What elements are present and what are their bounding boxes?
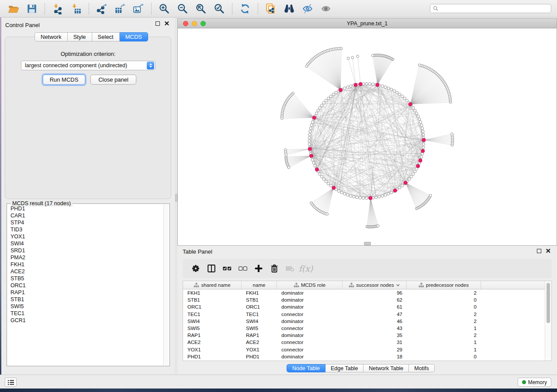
table-row[interactable]: FKH1FKH1dominator962 xyxy=(183,289,545,296)
column-header-successor-nodes[interactable]: successor nodes xyxy=(343,281,407,289)
table-cell[interactable]: 18 xyxy=(343,354,407,359)
network-node[interactable] xyxy=(329,95,332,97)
table-cell[interactable]: YOX1 xyxy=(183,347,242,352)
network-node[interactable] xyxy=(314,165,316,167)
network-node[interactable] xyxy=(422,143,425,145)
hide-graphics-details-icon[interactable] xyxy=(301,3,314,15)
mcds-node[interactable] xyxy=(422,138,426,142)
leaf-node[interactable] xyxy=(326,213,329,216)
table-cell[interactable]: PHD1 xyxy=(242,354,277,359)
network-node[interactable] xyxy=(349,85,352,87)
table-cell[interactable]: ORC1 xyxy=(242,304,277,309)
network-node[interactable] xyxy=(327,97,330,100)
table-row[interactable]: PHD1PHD1dominator180 xyxy=(183,353,545,360)
leaf-node[interactable] xyxy=(418,64,421,66)
mcds-node[interactable] xyxy=(394,189,397,192)
table-cell[interactable]: 29 xyxy=(343,347,407,352)
column-header-shared-name[interactable]: shared name xyxy=(183,281,242,289)
network-node[interactable] xyxy=(312,162,315,164)
show-hide-eye-icon[interactable] xyxy=(319,3,332,15)
mcds-node[interactable] xyxy=(309,154,313,158)
mcds-node[interactable] xyxy=(308,147,311,151)
show-columns-icon[interactable] xyxy=(204,262,219,275)
table-cell[interactable]: 43 xyxy=(343,326,407,331)
leaf-node[interactable] xyxy=(285,154,287,156)
table-cell[interactable]: connector xyxy=(277,312,343,317)
save-session-icon[interactable] xyxy=(25,3,38,15)
table-cell[interactable]: ORC1 xyxy=(183,304,242,309)
network-node[interactable] xyxy=(387,193,390,195)
network-node[interactable] xyxy=(362,197,365,199)
leaf-node[interactable] xyxy=(371,54,374,57)
table-cell[interactable]: STB1 xyxy=(242,297,277,303)
table-cell[interactable]: dominator xyxy=(277,304,343,309)
mcds-list-scrollbar[interactable] xyxy=(163,204,169,365)
network-node[interactable] xyxy=(365,83,368,85)
zoom-fit-icon[interactable] xyxy=(194,3,208,15)
network-node[interactable] xyxy=(320,104,323,107)
table-cell[interactable]: dominator xyxy=(277,319,343,324)
network-node[interactable] xyxy=(412,107,415,109)
network-node[interactable] xyxy=(318,107,321,109)
leaf-node[interactable] xyxy=(356,55,359,58)
table-cell[interactable]: 62 xyxy=(343,297,407,303)
network-node[interactable] xyxy=(309,130,311,133)
search-box[interactable] xyxy=(430,4,551,13)
network-node[interactable] xyxy=(419,121,422,124)
network-node[interactable] xyxy=(308,137,311,139)
table-cell[interactable]: RAP1 xyxy=(242,333,277,338)
tab-network[interactable]: Network xyxy=(35,32,68,41)
close-panel-button[interactable]: Close panel xyxy=(90,75,136,85)
network-node[interactable] xyxy=(322,102,325,104)
network-node[interactable] xyxy=(403,97,406,100)
table-cell[interactable]: 46 xyxy=(343,319,407,324)
table-cell[interactable]: 61 xyxy=(343,304,407,309)
table-cell[interactable]: 2 xyxy=(407,319,481,324)
import-table-icon[interactable] xyxy=(69,3,83,15)
network-node[interactable] xyxy=(406,99,408,102)
network-node[interactable] xyxy=(401,184,404,187)
mcds-result-item[interactable]: FKH1 xyxy=(7,261,163,268)
mcds-result-item[interactable]: RAP1 xyxy=(7,289,163,296)
table-cell[interactable]: FKH1 xyxy=(183,290,242,296)
network-node[interactable] xyxy=(398,93,401,96)
network-node[interactable] xyxy=(421,127,424,130)
mcds-node[interactable] xyxy=(376,83,379,86)
select-all-icon[interactable] xyxy=(219,262,235,275)
network-node[interactable] xyxy=(353,196,355,198)
table-cell[interactable]: TEC1 xyxy=(242,312,277,317)
network-node[interactable] xyxy=(356,196,358,199)
network-node[interactable] xyxy=(412,173,415,175)
deselect-all-icon[interactable] xyxy=(235,262,251,275)
mcds-node[interactable] xyxy=(404,181,407,185)
mcds-result-item[interactable]: YOX1 xyxy=(7,233,163,240)
run-mcds-button[interactable]: Run MCDS xyxy=(43,75,85,85)
network-node[interactable] xyxy=(393,89,395,92)
network-node[interactable] xyxy=(343,87,346,89)
table-cell[interactable]: 0 xyxy=(407,297,481,303)
memory-button[interactable]: Memory xyxy=(518,378,551,387)
table-cell[interactable]: dominator xyxy=(277,297,343,303)
mcds-result-item[interactable]: PMA2 xyxy=(7,254,163,261)
table-cell[interactable]: 1 xyxy=(407,340,481,345)
table-cell[interactable]: 2 xyxy=(407,333,481,338)
network-node[interactable] xyxy=(420,124,423,127)
network-canvas[interactable] xyxy=(178,28,557,245)
optimization-criterion-select[interactable]: largest connected component (undirected) xyxy=(21,61,156,70)
mcds-result-item[interactable]: STP4 xyxy=(7,219,163,226)
table-cell[interactable]: 96 xyxy=(343,290,407,296)
network-node[interactable] xyxy=(322,178,325,180)
network-node[interactable] xyxy=(398,186,401,189)
table-cell[interactable]: SWI4 xyxy=(242,319,277,324)
network-node[interactable] xyxy=(343,193,346,195)
table-cell[interactable]: FKH1 xyxy=(242,290,277,296)
tab-style[interactable]: Style xyxy=(68,32,92,41)
tab-mcds[interactable]: MCDS xyxy=(120,32,148,41)
float-panel-icon[interactable] xyxy=(156,21,160,26)
table-cell[interactable]: connector xyxy=(277,340,343,345)
network-node[interactable] xyxy=(390,191,393,194)
network-node[interactable] xyxy=(320,175,323,178)
delete-columns-icon[interactable] xyxy=(266,262,282,275)
network-node[interactable] xyxy=(317,109,319,112)
tab-node-table[interactable]: Node Table xyxy=(287,364,325,372)
